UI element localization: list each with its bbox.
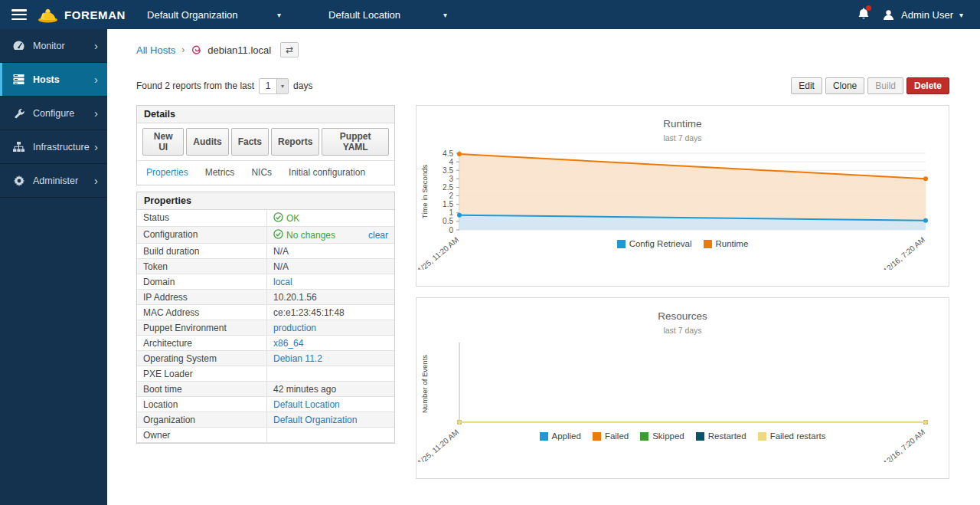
property-label: Build duration: [137, 244, 267, 258]
property-row-domain: Domainlocal: [137, 274, 394, 290]
property-value: ce:e1:23:45:1f:48: [267, 305, 394, 320]
property-row-boot-time: Boot time42 minutes ago: [137, 382, 394, 397]
chevron-right-icon: ›: [94, 174, 98, 187]
user-menu-label: Admin User: [901, 9, 953, 21]
sidebar-item-hosts[interactable]: Hosts›: [0, 63, 107, 97]
property-value-link[interactable]: Debian 11.2: [273, 353, 322, 364]
host-switcher-button[interactable]: ⇄: [280, 42, 299, 57]
property-row-owner: Owner: [137, 428, 394, 443]
days-select[interactable]: 1 ▾: [259, 78, 289, 94]
sidebar-item-infrastructure[interactable]: Infrastructure›: [0, 130, 107, 164]
legend-swatch: [758, 432, 766, 441]
property-label: Boot time: [137, 382, 267, 396]
chevron-down-icon: ▾: [443, 11, 447, 19]
status-text: No changes: [286, 230, 335, 241]
property-label: Owner: [137, 428, 267, 442]
property-row-organization: OrganizationDefault Organization: [137, 412, 394, 428]
puppet-yaml-button[interactable]: Puppet YAML: [322, 128, 389, 156]
property-value: OK: [267, 210, 394, 226]
property-label: Token: [137, 259, 267, 274]
tab-metrics[interactable]: Metrics: [205, 167, 235, 178]
foreman-app: FOREMAN Default Organization ▾ Default L…: [0, 0, 980, 505]
delete-button[interactable]: Delete: [906, 77, 949, 94]
property-value: Default Location: [267, 397, 394, 412]
property-value-link[interactable]: Default Organization: [273, 415, 357, 425]
property-row-location: LocationDefault Location: [137, 397, 394, 412]
organization-dropdown[interactable]: Default Organization ▾: [147, 9, 281, 21]
legend-item-skipped[interactable]: Skipped: [640, 431, 684, 441]
hamburger-menu-icon[interactable]: [11, 9, 27, 20]
location-dropdown-label: Default Location: [328, 9, 400, 21]
notifications-bell-icon[interactable]: [858, 7, 870, 22]
legend-item-applied[interactable]: Applied: [540, 431, 581, 441]
property-value-link[interactable]: production: [273, 323, 316, 333]
reports-button[interactable]: Reports: [271, 128, 319, 156]
tab-initial-configuration[interactable]: Initial configuration: [289, 167, 365, 178]
property-label: Architecture: [137, 336, 267, 350]
property-value: Debian 11.2: [267, 351, 394, 366]
legend-label: Skipped: [652, 431, 684, 441]
clear-link[interactable]: clear: [368, 230, 388, 241]
property-label: Domain: [137, 274, 267, 289]
clone-button[interactable]: Clone: [825, 77, 864, 94]
legend-item-failed[interactable]: Failed: [593, 431, 629, 441]
legend-swatch: [704, 240, 712, 248]
svg-text:1.5: 1.5: [443, 201, 453, 209]
tab-nics[interactable]: NICs: [251, 167, 272, 178]
details-panel: Details New UIAuditsFactsReportsPuppet Y…: [136, 105, 395, 185]
charts-column: Runtime last 7 days 00.511.522.533.544.5…: [416, 105, 949, 479]
property-value-text: 42 minutes ago: [273, 384, 336, 395]
details-tabs: PropertiesMetricsNICsInitial configurati…: [137, 161, 394, 185]
details-buttons: New UIAuditsFactsReportsPuppet YAML: [137, 123, 394, 161]
legend-item-runtime[interactable]: Runtime: [704, 239, 749, 248]
sidebar-item-administer[interactable]: Administer›: [0, 164, 107, 198]
sidebar-item-label: Infrastructure: [33, 142, 90, 152]
property-value-link[interactable]: Default Location: [273, 399, 340, 410]
property-value: N/A: [267, 244, 394, 258]
user-menu[interactable]: Admin User ▾: [882, 8, 963, 21]
tab-properties[interactable]: Properties: [146, 167, 188, 178]
breadcrumb-all-hosts-link[interactable]: All Hosts: [136, 44, 175, 56]
wrench-icon: [12, 107, 25, 120]
properties-panel: Properties StatusOKConfigurationNo chang…: [136, 192, 395, 444]
property-row-build-duration: Build durationN/A: [137, 244, 394, 259]
property-value-link[interactable]: x86_64: [273, 338, 303, 349]
property-value: local: [267, 274, 394, 289]
legend-label: Applied: [552, 431, 581, 441]
runtime-chart: 00.511.522.533.544.5Time in Seconds11/25…: [416, 147, 949, 270]
legend-item-restarted[interactable]: Restarted: [696, 431, 746, 441]
property-value: 42 minutes ago: [267, 382, 394, 396]
debian-swirl-icon: [191, 44, 202, 56]
legend-swatch: [540, 432, 548, 441]
check-circle-icon: [273, 229, 283, 241]
property-value-text: N/A: [273, 261, 289, 272]
gauge-icon: [12, 39, 25, 52]
resources-chart-title: Resources: [416, 310, 949, 322]
property-value: No changesclear: [267, 227, 394, 243]
legend-item-config-retrieval[interactable]: Config Retrieval: [617, 239, 692, 248]
property-value-link[interactable]: local: [273, 277, 292, 287]
report-toolbar: Found 2 reports from the last 1 ▾ days E…: [136, 77, 949, 94]
brand[interactable]: FOREMAN: [38, 6, 126, 23]
svg-text:4: 4: [449, 158, 453, 166]
legend-label: Config Retrieval: [629, 239, 692, 248]
legend-label: Runtime: [716, 239, 749, 248]
legend-item-failed-restarts[interactable]: Failed restarts: [758, 431, 826, 441]
breadcrumb: All Hosts › debian11.local ⇄: [136, 42, 949, 57]
new-ui-button[interactable]: New UI: [142, 128, 184, 156]
edit-button[interactable]: Edit: [791, 77, 822, 94]
user-avatar-icon: [882, 8, 895, 21]
svg-text:3: 3: [449, 175, 453, 183]
facts-button[interactable]: Facts: [231, 128, 269, 156]
audits-button[interactable]: Audits: [186, 128, 228, 156]
property-label: Operating System: [137, 351, 267, 366]
navbar-right-group: Admin User ▾: [858, 7, 980, 22]
sidebar-item-configure[interactable]: Configure›: [0, 97, 107, 130]
location-dropdown[interactable]: Default Location ▾: [328, 9, 447, 21]
property-value-text: 10.20.1.56: [273, 292, 317, 303]
property-value: [267, 428, 394, 442]
host-action-buttons: EditCloneBuildDelete: [791, 77, 949, 94]
sidebar-item-monitor[interactable]: Monitor›: [0, 29, 107, 63]
gear-icon: [12, 174, 25, 187]
property-row-puppet-environment: Puppet Environmentproduction: [137, 320, 394, 336]
